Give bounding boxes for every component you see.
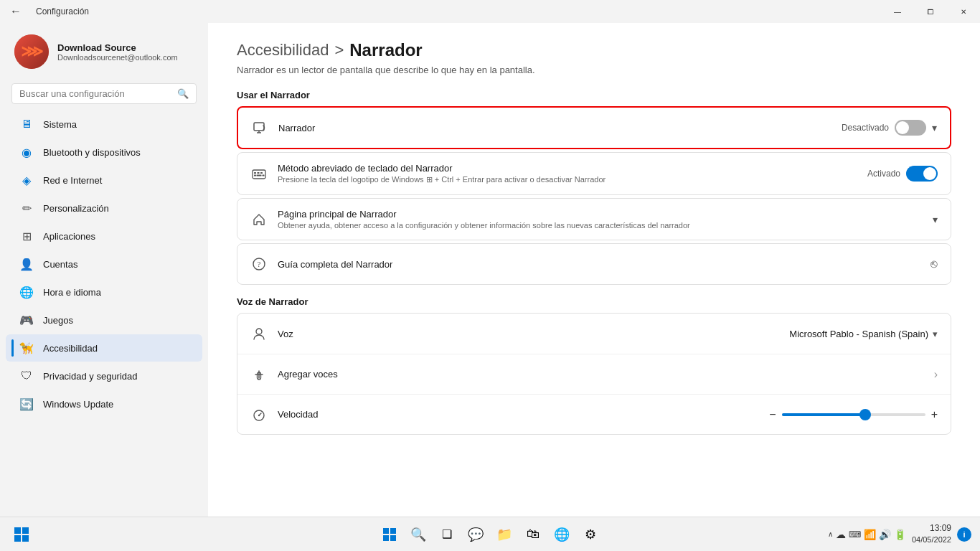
narrator-row[interactable]: Narrador Desactivado ▾: [238, 108, 950, 148]
homepage-title: Página principal de Narrador: [278, 209, 923, 220]
taskbar: 🔍 ❑ 💬 📁 🛍 🌐 ⚙ ∧ ☁ ⌨ 📶 🔊 🔋 13:09 04/05/20…: [0, 517, 980, 551]
slider-fill: [782, 413, 868, 416]
volume-icon[interactable]: 🔊: [879, 529, 891, 540]
sidebar-item-hora[interactable]: 🌐 Hora e idioma: [6, 278, 202, 306]
keyboard-row[interactable]: Método abreviado de teclado del Narrador…: [237, 153, 951, 194]
add-voices-row[interactable]: Agregar voces ›: [237, 354, 951, 394]
start-icon: [14, 527, 29, 542]
sidebar-nav: 🖥 Sistema ◉ Bluetooth y dispositivos ◈ R…: [0, 110, 208, 418]
guide-text: Guía completa del Narrador: [278, 259, 920, 270]
sidebar-item-label: Personalización: [43, 203, 109, 214]
sidebar-item-label: Cuentas: [43, 259, 77, 270]
user-info: Download Source Downloadsourcenet@outloo…: [57, 42, 178, 62]
sidebar-item-label: Accesibilidad: [43, 343, 98, 354]
toggle-knob-keyboard: [923, 167, 936, 180]
voice-dropdown-chevron-icon[interactable]: ▾: [933, 329, 938, 339]
sidebar-item-accesibilidad[interactable]: 🦮 Accesibilidad: [6, 334, 202, 362]
user-email: Downloadsourcenet@outlook.com: [57, 53, 178, 62]
sidebar-item-label: Hora e idioma: [43, 287, 101, 298]
cloud-icon[interactable]: ☁: [836, 529, 846, 540]
sidebar-item-windowsupdate[interactable]: 🔄 Windows Update: [6, 390, 202, 418]
sidebar-item-aplicaciones[interactable]: ⊞ Aplicaciones: [6, 222, 202, 250]
svg-rect-3: [253, 170, 265, 179]
search-taskbar-button[interactable]: 🔍: [405, 522, 431, 547]
speed-icon: [250, 406, 268, 423]
narrator-toggle[interactable]: [895, 120, 926, 136]
edge-button[interactable]: 🌐: [549, 522, 575, 547]
sidebar-item-juegos[interactable]: 🎮 Juegos: [6, 306, 202, 334]
juegos-icon: 🎮: [20, 314, 33, 326]
clock-time: 13:09: [912, 522, 951, 534]
store-button[interactable]: 🛍: [520, 522, 546, 547]
guide-icon: ?: [250, 255, 268, 273]
wifi-icon[interactable]: 📶: [864, 529, 876, 540]
speed-slider[interactable]: − +: [769, 408, 938, 421]
taskview-button[interactable]: ❑: [434, 522, 460, 547]
voice-value[interactable]: Microsoft Pablo - Spanish (Spain) ▾: [789, 329, 938, 339]
voice-icon: [250, 325, 268, 342]
avatar-inner: ⋙: [14, 34, 49, 69]
slider-thumb[interactable]: [859, 409, 871, 420]
search-input[interactable]: [19, 88, 171, 99]
back-button[interactable]: ←: [6, 1, 26, 22]
notification-button[interactable]: i: [957, 527, 971, 542]
sidebar-item-sistema[interactable]: 🖥 Sistema: [6, 110, 202, 138]
sidebar-item-bluetooth[interactable]: ◉ Bluetooth y dispositivos: [6, 138, 202, 166]
taskbar-right: ∧ ☁ ⌨ 📶 🔊 🔋 13:09 04/05/2022 i: [828, 522, 971, 545]
settings-taskbar-button[interactable]: ⚙: [578, 522, 603, 547]
windows-icon[interactable]: [9, 522, 34, 547]
hora-icon: 🌐: [20, 286, 33, 298]
slider-minus-icon[interactable]: −: [769, 408, 776, 421]
clock-date: 04/05/2022: [912, 534, 951, 545]
close-button[interactable]: ✕: [947, 0, 980, 23]
accesibilidad-icon: 🦮: [20, 342, 33, 354]
homepage-row[interactable]: Página principal de Narrador Obtener ayu…: [237, 199, 951, 240]
narrator-chevron-down-icon[interactable]: ▾: [932, 122, 937, 133]
svg-point-14: [258, 414, 260, 415]
sidebar-item-privacidad[interactable]: 🛡 Privacidad y seguridad: [6, 362, 202, 390]
narrator-right: Desactivado ▾: [842, 120, 937, 136]
sidebar-item-label: Aplicaciones: [43, 231, 95, 242]
homepage-icon: [250, 211, 268, 228]
slider-plus-icon[interactable]: +: [931, 408, 938, 421]
personalizacion-icon: ✏: [20, 202, 33, 215]
chat-button[interactable]: 💬: [463, 522, 489, 547]
voice-right[interactable]: Microsoft Pablo - Spanish (Spain) ▾: [789, 329, 938, 339]
guide-row[interactable]: ? Guía completa del Narrador ⎋: [237, 244, 951, 284]
maximize-button[interactable]: ⧠: [914, 0, 947, 23]
narrator-text: Narrador: [278, 123, 831, 133]
search-icon: 🔍: [177, 88, 189, 99]
svg-rect-16: [22, 527, 29, 534]
svg-rect-6: [260, 172, 263, 174]
speed-row[interactable]: Velocidad − +: [237, 394, 951, 434]
sidebar-item-red[interactable]: ◈ Red e Internet: [6, 166, 202, 194]
slider-track[interactable]: [782, 413, 925, 416]
svg-text:?: ?: [258, 260, 261, 268]
guide-title: Guía completa del Narrador: [278, 259, 920, 270]
time-block[interactable]: 13:09 04/05/2022: [912, 522, 951, 545]
battery-icon[interactable]: 🔋: [894, 529, 906, 540]
keyboard-tray-icon[interactable]: ⌨: [849, 529, 861, 540]
keyboard-toggle[interactable]: [906, 166, 938, 182]
voice-row[interactable]: Voz Microsoft Pablo - Spanish (Spain) ▾: [237, 314, 951, 354]
breadcrumb-sep: >: [334, 41, 344, 60]
minimize-button[interactable]: —: [881, 0, 914, 23]
svg-rect-5: [258, 172, 260, 174]
search-box[interactable]: 🔍: [11, 83, 197, 104]
explorer-button[interactable]: 📁: [491, 522, 517, 547]
add-voices-chevron-right-icon[interactable]: ›: [934, 368, 938, 381]
svg-rect-21: [383, 535, 389, 541]
titlebar-title: Configuración: [36, 6, 89, 17]
sidebar: ⋙ Download Source Downloadsourcenet@outl…: [0, 23, 208, 517]
page-title: Narrador: [349, 40, 422, 60]
titlebar-left: ← Configuración: [6, 1, 89, 22]
chevron-up-icon[interactable]: ∧: [828, 530, 833, 538]
svg-rect-15: [14, 527, 21, 534]
section-voice-title: Voz de Narrador: [237, 296, 951, 307]
homepage-chevron-down-icon[interactable]: ▾: [933, 214, 938, 225]
external-link-icon[interactable]: ⎋: [930, 258, 938, 270]
sidebar-item-cuentas[interactable]: 👤 Cuentas: [6, 250, 202, 278]
speed-right: − +: [769, 408, 938, 421]
sidebar-item-personalizacion[interactable]: ✏ Personalización: [6, 194, 202, 222]
start-button[interactable]: [377, 522, 402, 547]
